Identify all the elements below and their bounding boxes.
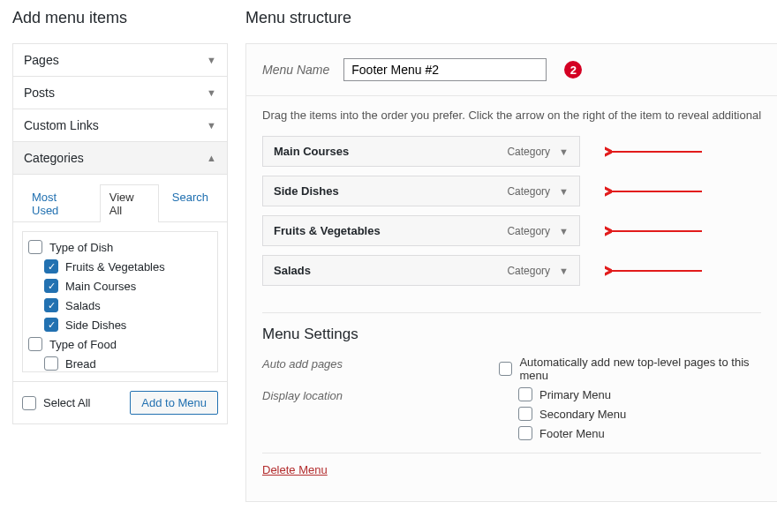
chevron-down-icon[interactable]: ▼ <box>559 226 569 236</box>
checkbox[interactable] <box>44 279 58 293</box>
auto-add-pages-checkbox[interactable] <box>499 362 512 376</box>
list-item: Fruits & Vegetables <box>26 257 214 276</box>
accordion-section-custom-links[interactable]: Custom Links ▼ <box>13 109 227 142</box>
delete-menu-link[interactable]: Delete Menu <box>262 463 328 476</box>
chevron-up-icon: ▲ <box>207 153 216 163</box>
list-item: Salads <box>26 296 214 315</box>
add-to-menu-button[interactable]: Add to Menu <box>130 391 218 415</box>
help-text: Drag the items into the order you prefer… <box>262 109 761 122</box>
accordion-section-categories[interactable]: Categories ▲ Most Used View All Search T… <box>13 142 227 423</box>
location-footer-checkbox[interactable] <box>518 426 532 440</box>
accordion-label: Posts <box>24 86 55 100</box>
red-arrow-icon <box>605 226 702 236</box>
checkbox[interactable] <box>44 298 58 312</box>
checkbox[interactable] <box>28 337 42 351</box>
red-arrow-icon <box>605 186 702 197</box>
menu-settings-heading: Menu Settings <box>262 326 761 343</box>
menu-item-type: Category <box>507 185 550 198</box>
checkbox[interactable] <box>44 318 58 332</box>
chevron-down-icon[interactable]: ▼ <box>559 146 569 157</box>
menu-name-input[interactable] <box>343 58 547 81</box>
location-option: Primary Menu <box>539 388 611 401</box>
menu-item-type: Category <box>507 225 550 237</box>
menu-item-title: Main Courses <box>274 145 349 158</box>
location-option: Footer Menu <box>539 427 605 440</box>
select-all-label[interactable]: Select All <box>43 396 90 409</box>
tab-search[interactable]: Search <box>162 184 218 222</box>
location-primary-checkbox[interactable] <box>518 387 532 401</box>
auto-add-pages-label: Auto add pages <box>262 356 499 371</box>
display-location-label: Display location <box>262 387 518 402</box>
select-all-checkbox[interactable] <box>22 396 36 410</box>
menu-item[interactable]: Salads Category▼ <box>262 255 580 286</box>
menu-item[interactable]: Fruits & Vegetables Category▼ <box>262 215 580 246</box>
list-item: Type of Dish <box>26 237 214 257</box>
accordion-label: Categories <box>24 151 84 165</box>
list-item: Side Dishes <box>26 315 214 334</box>
auto-add-pages-option: Automatically add new top-level pages to… <box>519 356 761 382</box>
chevron-down-icon[interactable]: ▼ <box>559 186 569 197</box>
red-arrow-icon <box>605 146 702 157</box>
category-checklist[interactable]: Type of Dish Fruits & Vegetables Main Co… <box>22 231 218 372</box>
menu-item[interactable]: Main Courses Category▼ <box>262 136 580 167</box>
menu-item-title: Fruits & Vegetables <box>274 224 381 237</box>
chevron-down-icon[interactable]: ▼ <box>559 266 569 276</box>
menu-name-label: Menu Name <box>262 63 329 77</box>
menu-item[interactable]: Side Dishes Category▼ <box>262 176 580 206</box>
tab-view-all[interactable]: View All <box>100 184 159 222</box>
chevron-down-icon: ▼ <box>207 87 216 98</box>
checkbox[interactable] <box>44 259 58 273</box>
checkbox[interactable] <box>44 356 58 371</box>
menu-panel: Menu Name 2 Drag the items into the orde… <box>245 43 777 502</box>
red-arrow-icon <box>605 266 702 276</box>
chevron-down-icon: ▼ <box>207 120 216 131</box>
menu-item-type: Category <box>507 265 550 277</box>
list-item: Bread <box>26 354 214 372</box>
location-option: Secondary Menu <box>539 408 626 421</box>
step-2-badge: 2 <box>564 61 582 79</box>
accordion-section-pages[interactable]: Pages ▼ <box>13 44 227 77</box>
add-items-accordion: Pages ▼ Posts ▼ Custom Links ▼ Categorie… <box>12 43 228 424</box>
location-secondary-checkbox[interactable] <box>518 407 532 421</box>
menu-structure-heading: Menu structure <box>245 9 777 27</box>
accordion-section-posts[interactable]: Posts ▼ <box>13 77 227 109</box>
checkbox[interactable] <box>28 240 42 254</box>
list-item: Main Courses <box>26 276 214 296</box>
tab-most-used[interactable]: Most Used <box>22 184 96 222</box>
menu-item-type: Category <box>507 146 550 158</box>
chevron-down-icon: ▼ <box>207 55 216 65</box>
accordion-label: Custom Links <box>24 118 99 132</box>
divider <box>262 312 761 313</box>
add-menu-items-heading: Add menu items <box>12 9 228 27</box>
menu-items-list: Main Courses Category▼ Side Dishes Categ… <box>262 136 761 286</box>
menu-item-title: Side Dishes <box>274 184 339 198</box>
list-item: Type of Food <box>26 334 214 354</box>
accordion-label: Pages <box>24 53 59 67</box>
category-tabs: Most Used View All Search <box>13 175 227 222</box>
menu-item-title: Salads <box>274 264 311 277</box>
